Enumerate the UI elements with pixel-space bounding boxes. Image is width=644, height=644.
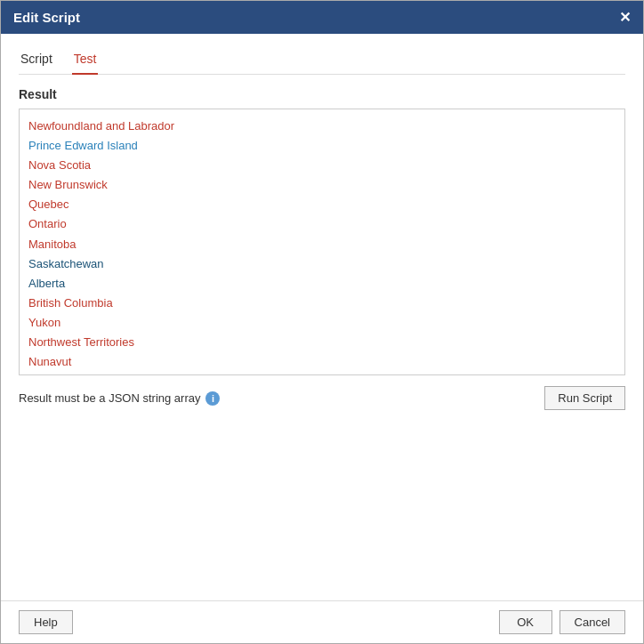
tab-script[interactable]: Script (19, 48, 54, 75)
help-button[interactable]: Help (19, 610, 73, 634)
list-item: Northwest Territories (28, 333, 616, 352)
list-item: Quebec (28, 195, 616, 214)
list-item: Yukon (28, 313, 616, 333)
result-box: Newfoundland and Labrador Prince Edward … (19, 109, 625, 375)
footer-note-left: Result must be a JSON string array i (19, 391, 220, 406)
footer-note-area: Result must be a JSON string array i Run… (19, 386, 625, 410)
list-item: Undersea Feature (28, 372, 616, 375)
list-item: Alberta (28, 274, 616, 294)
list-item: Saskatchewan (28, 254, 616, 274)
list-item: New Brunswick (28, 175, 616, 195)
dialog-title: Edit Script (13, 10, 80, 25)
list-item: Nunavut (28, 352, 616, 372)
list-item: Ontario (28, 214, 616, 234)
footer-right-buttons: OK Cancel (499, 610, 625, 634)
close-button[interactable]: ✕ (619, 11, 631, 25)
tab-bar: Script Test (19, 48, 625, 75)
list-item: Prince Edward Island (28, 136, 616, 156)
cancel-button[interactable]: Cancel (559, 610, 625, 634)
list-item: Manitoba (28, 235, 616, 254)
dialog-footer: Help OK Cancel (1, 600, 643, 643)
result-label: Result (19, 87, 625, 101)
dialog-body: Script Test Result Newfoundland and Labr… (1, 34, 643, 600)
info-icon: i (205, 391, 220, 406)
edit-script-dialog: Edit Script ✕ Script Test Result Newfoun… (0, 0, 644, 644)
list-item: Nova Scotia (28, 156, 616, 175)
list-item: British Columbia (28, 294, 616, 313)
list-item: Newfoundland and Labrador (28, 117, 616, 136)
dialog-titlebar: Edit Script ✕ (1, 1, 643, 34)
footer-note-text: Result must be a JSON string array (19, 391, 200, 405)
tab-test[interactable]: Test (72, 48, 99, 75)
run-script-button[interactable]: Run Script (544, 386, 625, 410)
ok-button[interactable]: OK (499, 610, 552, 634)
